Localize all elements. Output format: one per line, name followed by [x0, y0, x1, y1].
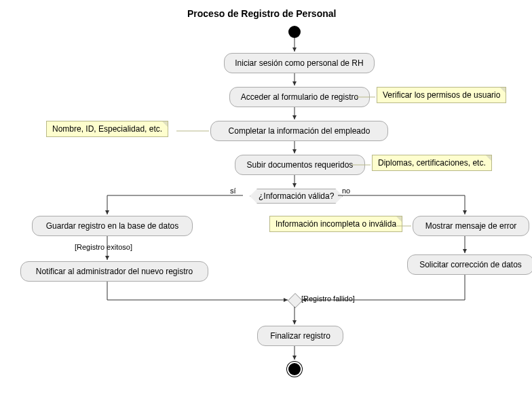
- activity-access-form: Acceder al formulario de registro: [229, 87, 370, 107]
- activity-login: Iniciar sesión como personal de RH: [224, 53, 375, 73]
- end-node: [288, 363, 301, 375]
- merge-node: [288, 293, 303, 309]
- activity-notify-admin: Notificar al administrador del nuevo reg…: [20, 261, 208, 282]
- activity-show-error: Mostrar mensaje de error: [413, 216, 529, 236]
- diagram-title: Proceso de Registro de Personal: [187, 8, 336, 19]
- label-fail: [Registro fallido]: [301, 294, 355, 303]
- label-yes: sí: [230, 187, 236, 195]
- label-no: no: [342, 187, 350, 195]
- activity-complete-info: Completar la información del empleado: [210, 121, 388, 141]
- decision-valid-info: ¿Información válida?: [250, 189, 343, 204]
- label-success: [Registro exitoso]: [75, 243, 132, 251]
- activity-request-correction: Solicitar corrección de datos: [407, 254, 532, 275]
- activity-save-record: Guardar registro en la base de datos: [32, 216, 193, 236]
- note-permissions: Verificar los permisos de usuario: [377, 87, 506, 103]
- note-employee-fields: Nombre, ID, Especialidad, etc.: [46, 121, 168, 137]
- note-documents: Diplomas, certificaciones, etc.: [372, 155, 492, 171]
- activity-finalize: Finalizar registro: [257, 326, 343, 346]
- activity-upload-docs: Subir documentos requeridos: [235, 155, 365, 175]
- start-node: [288, 26, 301, 38]
- note-invalid-info: Información incompleta o inválida: [269, 216, 402, 232]
